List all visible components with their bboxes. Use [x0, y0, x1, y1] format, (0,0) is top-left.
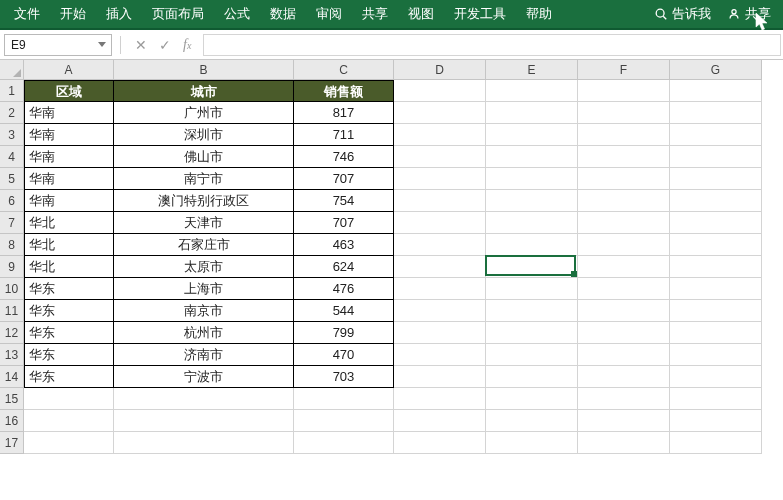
cell-D15[interactable] — [394, 388, 486, 410]
cell-D13[interactable] — [394, 344, 486, 366]
cell-F4[interactable] — [578, 146, 670, 168]
cell-E11[interactable] — [486, 300, 578, 322]
cell-D5[interactable] — [394, 168, 486, 190]
row-header-4[interactable]: 4 — [0, 146, 24, 168]
cell-F17[interactable] — [578, 432, 670, 454]
cell-D10[interactable] — [394, 278, 486, 300]
cell-D16[interactable] — [394, 410, 486, 432]
cell-C9[interactable]: 624 — [294, 256, 394, 278]
cell-C4[interactable]: 746 — [294, 146, 394, 168]
cell-D9[interactable] — [394, 256, 486, 278]
row-header-5[interactable]: 5 — [0, 168, 24, 190]
cell-E13[interactable] — [486, 344, 578, 366]
cell-B16[interactable] — [114, 410, 294, 432]
fx-icon[interactable]: fx — [183, 37, 191, 53]
column-header-E[interactable]: E — [486, 60, 578, 80]
cell-C15[interactable] — [294, 388, 394, 410]
cell-C8[interactable]: 463 — [294, 234, 394, 256]
cell-F10[interactable] — [578, 278, 670, 300]
cells-area[interactable]: 区域城市销售额华南广州市817华南深圳市711华南佛山市746华南南宁市707华… — [24, 80, 783, 500]
cell-E16[interactable] — [486, 410, 578, 432]
cell-A16[interactable] — [24, 410, 114, 432]
cell-F12[interactable] — [578, 322, 670, 344]
share-button[interactable]: 共享 — [719, 5, 779, 23]
cell-C10[interactable]: 476 — [294, 278, 394, 300]
cell-G6[interactable] — [670, 190, 762, 212]
cell-E9[interactable] — [486, 256, 578, 278]
cell-A3[interactable]: 华南 — [24, 124, 114, 146]
cell-D17[interactable] — [394, 432, 486, 454]
cell-A5[interactable]: 华南 — [24, 168, 114, 190]
cell-G3[interactable] — [670, 124, 762, 146]
cell-B10[interactable]: 上海市 — [114, 278, 294, 300]
cell-G5[interactable] — [670, 168, 762, 190]
menu-tab-review[interactable]: 审阅 — [306, 0, 352, 28]
cell-B4[interactable]: 佛山市 — [114, 146, 294, 168]
cell-F6[interactable] — [578, 190, 670, 212]
cell-G1[interactable] — [670, 80, 762, 102]
cell-C2[interactable]: 817 — [294, 102, 394, 124]
cell-G9[interactable] — [670, 256, 762, 278]
cell-A15[interactable] — [24, 388, 114, 410]
cell-E3[interactable] — [486, 124, 578, 146]
cell-C12[interactable]: 799 — [294, 322, 394, 344]
cell-A8[interactable]: 华北 — [24, 234, 114, 256]
cell-G7[interactable] — [670, 212, 762, 234]
cell-A6[interactable]: 华南 — [24, 190, 114, 212]
menu-tab-home[interactable]: 开始 — [50, 0, 96, 28]
cell-D4[interactable] — [394, 146, 486, 168]
cell-D14[interactable] — [394, 366, 486, 388]
cell-A17[interactable] — [24, 432, 114, 454]
cell-C7[interactable]: 707 — [294, 212, 394, 234]
cell-D1[interactable] — [394, 80, 486, 102]
cell-E6[interactable] — [486, 190, 578, 212]
formula-input[interactable] — [203, 34, 781, 56]
column-header-A[interactable]: A — [24, 60, 114, 80]
cell-E17[interactable] — [486, 432, 578, 454]
row-header-16[interactable]: 16 — [0, 410, 24, 432]
cell-A12[interactable]: 华东 — [24, 322, 114, 344]
row-header-7[interactable]: 7 — [0, 212, 24, 234]
cell-C3[interactable]: 711 — [294, 124, 394, 146]
cell-D12[interactable] — [394, 322, 486, 344]
cell-G13[interactable] — [670, 344, 762, 366]
cell-E8[interactable] — [486, 234, 578, 256]
cell-A7[interactable]: 华北 — [24, 212, 114, 234]
cell-F1[interactable] — [578, 80, 670, 102]
cell-B7[interactable]: 天津市 — [114, 212, 294, 234]
cell-F8[interactable] — [578, 234, 670, 256]
cell-B8[interactable]: 石家庄市 — [114, 234, 294, 256]
cell-C17[interactable] — [294, 432, 394, 454]
cell-F7[interactable] — [578, 212, 670, 234]
dropdown-icon[interactable] — [95, 38, 109, 52]
menu-tab-help[interactable]: 帮助 — [516, 0, 562, 28]
cell-D2[interactable] — [394, 102, 486, 124]
select-all-corner[interactable] — [0, 60, 24, 80]
column-header-D[interactable]: D — [394, 60, 486, 80]
row-header-3[interactable]: 3 — [0, 124, 24, 146]
menu-tab-formulas[interactable]: 公式 — [214, 0, 260, 28]
menu-tab-layout[interactable]: 页面布局 — [142, 0, 214, 28]
column-header-F[interactable]: F — [578, 60, 670, 80]
cell-E4[interactable] — [486, 146, 578, 168]
cell-B9[interactable]: 太原市 — [114, 256, 294, 278]
cell-B14[interactable]: 宁波市 — [114, 366, 294, 388]
row-header-17[interactable]: 17 — [0, 432, 24, 454]
cell-B1[interactable]: 城市 — [114, 80, 294, 102]
cell-G11[interactable] — [670, 300, 762, 322]
cell-E14[interactable] — [486, 366, 578, 388]
cell-G17[interactable] — [670, 432, 762, 454]
cell-C13[interactable]: 470 — [294, 344, 394, 366]
row-header-14[interactable]: 14 — [0, 366, 24, 388]
cell-E1[interactable] — [486, 80, 578, 102]
cell-A11[interactable]: 华东 — [24, 300, 114, 322]
cell-B5[interactable]: 南宁市 — [114, 168, 294, 190]
cell-F16[interactable] — [578, 410, 670, 432]
cell-B13[interactable]: 济南市 — [114, 344, 294, 366]
cell-F2[interactable] — [578, 102, 670, 124]
cell-F14[interactable] — [578, 366, 670, 388]
cell-F5[interactable] — [578, 168, 670, 190]
cell-F3[interactable] — [578, 124, 670, 146]
cell-F15[interactable] — [578, 388, 670, 410]
cell-B15[interactable] — [114, 388, 294, 410]
